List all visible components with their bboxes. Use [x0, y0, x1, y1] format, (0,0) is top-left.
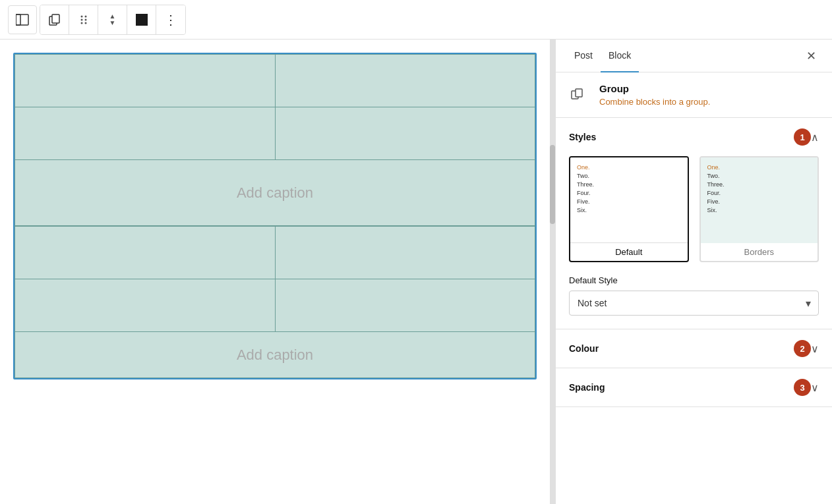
drag-handle[interactable] [69, 5, 98, 34]
table-row [15, 279, 535, 332]
preview-item-b5: Five. [707, 198, 812, 205]
caption-placeholder-top: Add caption [237, 184, 313, 201]
svg-point-8 [80, 22, 82, 24]
colour-section-title: Colour [569, 343, 788, 354]
svg-rect-1 [16, 14, 28, 25]
duplicate-button[interactable] [40, 5, 69, 34]
caption-row-bottom: Add caption [15, 332, 535, 378]
svg-point-5 [84, 15, 86, 17]
default-style-label: Default Style [569, 275, 819, 285]
caption-cell-top[interactable]: Add caption [15, 160, 535, 226]
right-panel: Post Block ✕ Group Combine blocks into a… [555, 40, 832, 504]
svg-rect-0 [16, 14, 20, 25]
style-card-default-label: Default [570, 243, 688, 261]
style-card-default[interactable]: One. Two. Three. Four. Five. Six. Defaul… [569, 156, 689, 262]
styles-chevron-icon: ∧ [811, 131, 819, 144]
svg-point-6 [80, 18, 82, 20]
block-header: Group Combine blocks into a group. [556, 72, 832, 118]
panel-tabs: Post Block ✕ [556, 40, 832, 72]
table-cell[interactable] [15, 107, 276, 160]
colour-section-header[interactable]: Colour 2 ∨ [556, 329, 832, 368]
colour-chevron-icon: ∨ [811, 343, 819, 355]
caption-cell-bottom[interactable]: Add caption [15, 332, 535, 378]
default-style-select[interactable]: Not set Default Borders [569, 291, 819, 316]
spacing-section-header[interactable]: Spacing 3 ∨ [556, 368, 832, 406]
style-card-borders-preview: One. Two. Three. Four. Five. Six. [701, 157, 818, 243]
spacing-section: Spacing 3 ∨ [556, 368, 832, 407]
tab-post[interactable]: Post [566, 40, 601, 72]
svg-rect-3 [52, 14, 59, 23]
tab-post-label: Post [574, 50, 593, 61]
main-area: Add caption [0, 40, 832, 504]
colour-section: Colour 2 ∨ [556, 329, 832, 368]
style-card-borders[interactable]: One. Two. Three. Four. Five. Six. Border… [699, 156, 819, 262]
move-up-down-button[interactable]: ▲ ▼ [98, 5, 127, 34]
styles-section-title: Styles [569, 132, 788, 142]
svg-point-9 [84, 22, 86, 24]
default-style-select-wrapper: Not set Default Borders [569, 291, 819, 316]
color-swatch-icon [136, 14, 148, 26]
panel-close-button[interactable]: ✕ [801, 43, 821, 69]
table-cell[interactable] [275, 279, 535, 332]
style-card-borders-label: Borders [701, 243, 818, 261]
scrollbar-thumb[interactable] [550, 145, 555, 224]
spacing-badge: 3 [794, 379, 811, 396]
style-card-default-preview: One. Two. Three. Four. Five. Six. [570, 157, 688, 243]
toolbar: ▲ ▼ ⋮ [0, 0, 832, 40]
styles-badge: 1 [794, 128, 811, 146]
block-wrapper: Add caption [13, 53, 537, 379]
group-icon [569, 84, 590, 105]
tab-block-label: Block [609, 50, 631, 61]
table-cell[interactable] [15, 279, 276, 332]
preview-item-b6: Six. [707, 207, 812, 213]
style-cards-container: One. Two. Three. Four. Five. Six. Defaul… [569, 156, 819, 262]
table-row [15, 107, 535, 160]
preview-item-b4: Four. [707, 190, 812, 196]
preview-item-3: Three. [577, 181, 681, 188]
svg-point-4 [80, 15, 82, 17]
caption-placeholder-bottom: Add caption [237, 347, 313, 363]
tab-block[interactable]: Block [601, 40, 639, 72]
spacing-chevron-icon: ∨ [811, 381, 819, 394]
toggle-sidebar-button[interactable] [8, 5, 37, 34]
preview-item-b3: Three. [707, 181, 812, 188]
table-block-bottom: Add caption [15, 226, 535, 378]
colour-badge: 2 [794, 340, 811, 357]
table-cell[interactable] [275, 107, 535, 160]
preview-item-b2: Two. [707, 173, 812, 179]
preview-item-4: Four. [577, 190, 681, 196]
block-description: Combine blocks into a group. [599, 97, 710, 107]
preview-item-1: One. [577, 164, 681, 171]
preview-item-2: Two. [577, 173, 681, 179]
table-block-top: Add caption [15, 54, 535, 226]
styles-section-body: One. Two. Three. Four. Five. Six. Defaul… [556, 156, 832, 329]
preview-item-5: Five. [577, 198, 681, 205]
styles-section: Styles 1 ∧ One. Two. Three. Four. Five. [556, 118, 832, 329]
spacing-section-title: Spacing [569, 382, 788, 393]
block-color-button[interactable] [127, 5, 156, 34]
block-controls: ▲ ▼ ⋮ [40, 5, 186, 35]
down-arrow-icon: ▼ [109, 20, 116, 26]
scrollbar-track[interactable] [550, 40, 555, 504]
caption-row-top: Add caption [15, 160, 535, 226]
table-row [15, 55, 535, 107]
preview-item-6: Six. [577, 207, 681, 213]
table-cell[interactable] [15, 227, 276, 279]
table-row [15, 227, 535, 279]
editor-area: Add caption [0, 40, 550, 504]
close-icon: ✕ [806, 49, 816, 63]
styles-section-header[interactable]: Styles 1 ∧ [556, 118, 832, 156]
block-name: Group [599, 83, 710, 94]
more-options-button[interactable]: ⋮ [156, 5, 185, 34]
block-info: Group Combine blocks into a group. [599, 83, 710, 107]
table-cell[interactable] [275, 55, 535, 107]
table-cell[interactable] [275, 227, 535, 279]
up-arrow-icon: ▲ [109, 13, 116, 20]
preview-item-b1: One. [707, 164, 812, 171]
svg-point-7 [84, 18, 86, 20]
table-cell[interactable] [15, 55, 276, 107]
svg-rect-11 [576, 89, 582, 97]
